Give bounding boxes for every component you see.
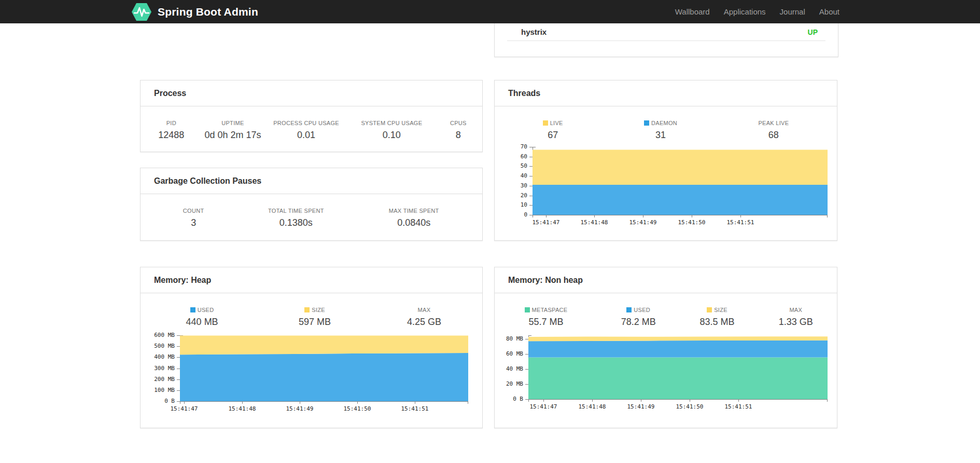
stat-label: PROCESS CPU USAGE (263, 120, 349, 126)
stat-value: 8 (435, 130, 482, 141)
stat-value: 12488 (141, 130, 202, 141)
memory-heap-chart: 0 B100 MB200 MB300 MB400 MB500 MB600 MB1… (141, 267, 482, 428)
nav-link-wallboard[interactable]: Wallboard (675, 7, 710, 16)
stat-gc-total-time: TOTAL TIME SPENT 0.1380s (246, 208, 345, 228)
stat-value: 0.01 (263, 130, 349, 141)
application-name: hystrix (507, 28, 547, 36)
stat-value: 0.0840s (345, 217, 482, 228)
stat-pid: PID 12488 (141, 120, 202, 141)
brand-link[interactable]: Spring Boot Admin (131, 2, 258, 22)
stat-label: UPTIME (202, 120, 264, 126)
navbar-container: Spring Boot Admin Wallboard Applications… (131, 0, 839, 23)
nav-link-journal[interactable]: Journal (780, 7, 805, 16)
stat-value: 3 (141, 217, 246, 228)
stat-gc-max-time: MAX TIME SPENT 0.0840s (345, 208, 482, 228)
stat-label: CPUS (435, 120, 482, 126)
gc-panel-title: Garbage Collection Pauses (141, 168, 482, 194)
brand-title: Spring Boot Admin (158, 6, 258, 18)
threads-chart: 01020304050607015:41:4715:41:4815:41:491… (495, 80, 837, 240)
application-row: hystrix UP (507, 23, 825, 41)
gc-stats: COUNT 3 TOTAL TIME SPENT 0.1380s MAX TIM… (141, 208, 482, 228)
nav-link-about[interactable]: About (819, 7, 839, 16)
process-stats: PID 12488 UPTIME 0d 0h 2m 17s PROCESS CP… (141, 120, 482, 141)
process-panel-title: Process (141, 80, 482, 106)
stat-value: 0.1380s (246, 217, 345, 228)
stat-label: SYSTEM CPU USAGE (349, 120, 435, 126)
process-panel: Process PID 12488 UPTIME 0d 0h 2m 17s PR… (140, 80, 483, 152)
stat-value: 0.10 (349, 130, 435, 141)
stat-gc-count: COUNT 3 (141, 208, 246, 228)
status-badge: UP (808, 28, 825, 36)
nav-link-applications[interactable]: Applications (724, 7, 766, 16)
memory-nonheap-panel: Memory: Non heap METASPACE 55.7 MB USED … (494, 267, 837, 428)
memory-nonheap-chart: 0 B20 MB40 MB60 MB80 MB15:41:4715:41:481… (495, 267, 837, 428)
threads-panel: Threads LIVE 67 DAEMON 31 PEAK LIVE 68 0… (494, 80, 837, 241)
nav-links: Wallboard Applications Journal About (675, 7, 839, 16)
top-navbar: Spring Boot Admin Wallboard Applications… (0, 0, 980, 23)
stat-uptime: UPTIME 0d 0h 2m 17s (202, 120, 264, 141)
gc-pauses-panel: Garbage Collection Pauses COUNT 3 TOTAL … (140, 168, 483, 241)
stat-label: MAX TIME SPENT (345, 208, 482, 214)
stat-process-cpu-usage: PROCESS CPU USAGE 0.01 (263, 120, 349, 141)
stat-cpus: CPUS 8 (435, 120, 482, 141)
memory-heap-panel: Memory: Heap USED 440 MB SIZE 597 MB MAX… (140, 267, 483, 428)
stat-label: COUNT (141, 208, 246, 214)
stat-system-cpu-usage: SYSTEM CPU USAGE 0.10 (349, 120, 435, 141)
stat-value: 0d 0h 2m 17s (202, 130, 264, 141)
stat-label: PID (141, 120, 202, 126)
spring-boot-admin-logo-icon (131, 2, 152, 22)
application-status-panel: hystrix UP (494, 23, 838, 57)
stat-label: TOTAL TIME SPENT (246, 208, 345, 214)
